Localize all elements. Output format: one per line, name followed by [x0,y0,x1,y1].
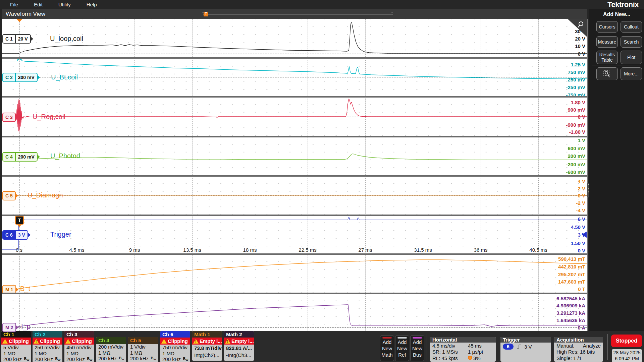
scale-tick: 2 V [578,186,585,191]
channel-label-ch4[interactable]: U_Photod [50,152,80,160]
panel-divider [592,65,641,65]
channel-label-math1[interactable]: B_t [20,285,30,293]
channel-badge-ch5[interactable]: C 5 [2,191,16,200]
clipping-alert: Clipping [33,338,62,345]
channel-settings-ch3[interactable]: Ch 3 Clipping 450 mV/div 1 MΩ 200 kHzBW [64,331,94,362]
add-new-header: Add New... [589,11,644,17]
time-axis-label: 40.5 ms [529,247,547,253]
channel-id: M 2 [3,323,15,331]
channel-badge-ch6[interactable]: C 6 3 V [2,230,28,240]
scale-setting: 1 V/div [128,344,158,350]
channel-badge-ch3[interactable]: C 3 [2,113,16,122]
channel-settings-ch4[interactable]: Ch 4 200 mV/div 1 MΩ 200 kHzBW [96,337,126,362]
slice-divider [2,136,587,137]
menu-help[interactable]: Help [87,2,97,7]
more-button[interactable]: More... [621,67,642,80]
scale-tick: 900 mV [568,107,585,113]
impedance-setting: 1 MΩ [96,350,126,356]
channel-label-ch5[interactable]: U_Diamagn [28,191,63,199]
results-table-button[interactable]: Results Table [596,51,618,64]
scale-tick: 0 V [578,51,585,57]
oscilloscope-screen: File Edit Utility Help Tektronix Wavefor… [0,0,644,362]
zoom-select-button[interactable] [596,67,618,80]
horizontal-title: Horizontal [430,337,496,343]
results-table-label: Results Table [597,52,618,63]
bandwidth-setting: 200 kHzBW [160,356,190,362]
channel-badge-ch4[interactable]: C 4 200 mV [2,152,38,162]
add-new-ref-button[interactable]: AddNewRef [395,335,409,361]
scale-tick: 4 V [578,178,585,184]
trigger-position-flag-icon[interactable]: T [204,12,208,16]
menu-bar: File Edit Utility Help Tektronix [0,0,644,9]
channel-settings-ch1[interactable]: Ch 1 Clipping 5 V/div 1 MΩ 200 kHzBW [1,331,31,362]
channel-label-ch1[interactable]: U_loop,coil [50,35,83,43]
run-stop-status-button[interactable]: Stopped [611,335,642,347]
channel-badge-ch1[interactable]: C 1 20 V [2,34,31,44]
plot-button[interactable]: Plot [621,51,642,64]
horizontal-position-slider[interactable]: T [199,12,393,17]
callout-button[interactable]: Callout [621,21,642,33]
time-axis-label: 22.5 ms [299,247,316,253]
cursors-label: Cursors [599,24,615,29]
panel-splitter-handle[interactable]: ••• [587,183,589,197]
zoom-select-icon [603,70,611,77]
menu-utility[interactable]: Utility [58,2,71,7]
trigger-source-badge[interactable]: T [15,216,24,225]
clipping-alert: Clipping [1,338,31,345]
horizontal-row1: 4.5 ms/div45 ms [430,343,496,349]
cursors-button[interactable]: Cursors [596,21,618,33]
channel-slice-ch4: C 4 200 mV U_Photod 1 V 600 mV 200 mV -2… [2,137,587,176]
channel-id: C 5 [3,192,15,200]
badge-tip [31,37,33,41]
slider-rail [203,14,393,14]
channel-label-ch2[interactable]: U_Bt,coil [51,73,78,81]
badge-tip [16,325,18,330]
acquisition-row3: Single: 1 /1 [554,355,603,361]
measure-button[interactable]: Measure [596,36,618,48]
channel-label-math2[interactable]: I_p [21,323,31,330]
scale-tick: 3.291273 kA [556,310,585,316]
channel-settings-ch6[interactable]: Ch 6 Clipping 750 mV/div 1 MΩ 200 kHzBW [160,331,190,362]
add-new-math-button[interactable]: AddNewMath [380,335,394,361]
channel-badge-ch2[interactable]: C 2 300 mV [2,73,38,82]
trigger-position-marker-icon[interactable] [17,19,22,22]
waveform-plot-area[interactable]: C 1 20 V U_loop,coil 30 V 20 V 10 V 0 V … [2,19,588,331]
channel-label-ch3[interactable]: U_Rog,coil [33,113,65,121]
horizontal-row2: SR: 1 MS/s1 µs/pt [430,349,496,355]
horizontal-panel[interactable]: Horizontal 4.5 ms/div45 ms SR: 1 MS/s1 µ… [430,337,496,362]
acquisition-panel[interactable]: Acquisition Manual,Analyze High Res: 16 … [554,337,603,362]
channel-badge-math2[interactable]: M 2 [2,323,16,332]
badge-tip [37,75,40,80]
callout-label: Callout [624,24,639,29]
scale-tick: 442.810 mT [558,264,585,269]
scale-tick: 1.25 V [571,62,585,67]
badge-tip [16,287,18,292]
scale-tick: -4 V [576,207,585,213]
channel-settings-ch2[interactable]: Ch 2 Clipping 250 mV/div 1 MΩ 200 kHzBW [33,331,62,362]
channel-slice-ch3: C 3 U_Rog,coil 1.80 V 900 mV 0 V -900 mV… [2,97,587,137]
clipping-alert: Clipping [160,338,190,345]
math2-settings[interactable]: Math 2 Empty i... 822.81 A/... -Intg(Ch3… [224,331,254,361]
badge-tip [28,233,31,237]
math1-settings[interactable]: Math 1 Empty i... 73.8 mT/div Intg(Ch2).… [192,331,222,361]
badge-tip [15,193,18,198]
menu-edit[interactable]: Edit [34,2,43,7]
impedance-setting: 1 MΩ [64,351,94,357]
channel-label-ch6[interactable]: Trigger [50,231,71,238]
add-new-bus-button[interactable]: AddNewBus [410,335,424,361]
channel-slice-ch1: C 1 20 V U_loop,coil 30 V 20 V 10 V 0 V [2,19,587,58]
bw-limit-icon: BW [55,357,60,362]
date-label: 28 May 2025 [612,350,642,356]
slice-divider [2,96,587,98]
channel-settings-ch5[interactable]: Ch 5 1 V/div 1 MΩ 200 kHzBW [128,337,158,362]
math-name: Math 2 [224,331,254,338]
warning-icon [34,339,39,344]
scale-tick: -600 mV [566,169,585,175]
trigger-settings-panel[interactable]: Trigger 6 3 V [500,337,551,362]
menu-file[interactable]: File [10,2,18,7]
search-button[interactable]: Search [621,36,642,48]
slice-divider [2,57,587,59]
time-axis-label: 27 ms [359,247,372,253]
scale-tick: 750 mV [568,69,585,75]
trigger-level-arrow-icon[interactable] [582,232,587,238]
